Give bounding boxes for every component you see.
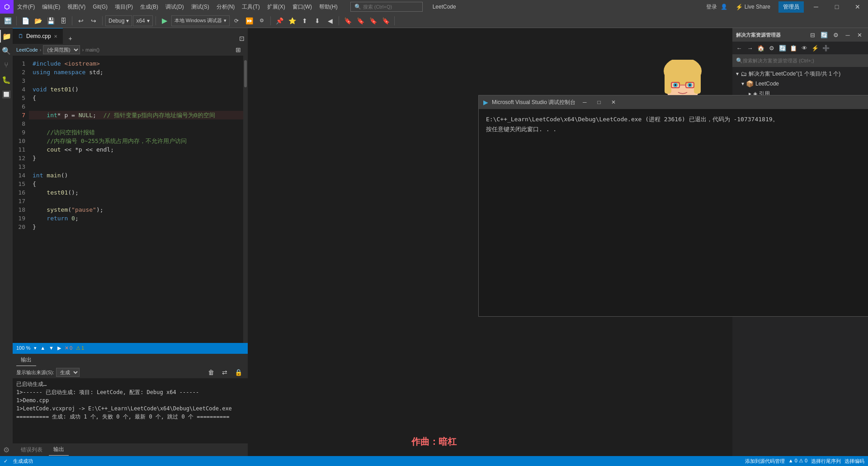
se-sync-btn[interactable]: 🔄 [778, 43, 788, 53]
login-label[interactable]: 登录 [706, 3, 717, 11]
line-endings[interactable]: 选择行尾序列 [811, 458, 841, 465]
menu-tools[interactable]: 工具(T) [238, 0, 263, 14]
se-settings-btn[interactable]: 📋 [788, 43, 798, 53]
se-back-btn[interactable]: ← [734, 43, 744, 53]
toolbar-btn10[interactable]: 🔖 [367, 15, 379, 26]
debug-win-maximize[interactable]: □ [594, 97, 604, 108]
search-input[interactable] [363, 4, 419, 10]
se-close2[interactable]: ✕ [854, 30, 864, 40]
clear-output-button[interactable]: 🗑 [205, 367, 217, 378]
se-filter[interactable]: ⚙ [831, 30, 841, 40]
se-home-btn[interactable]: 🏠 [756, 43, 766, 53]
error-count[interactable]: ✕ 0 [65, 345, 72, 351]
maximize-button[interactable]: □ [826, 0, 847, 14]
se-close[interactable]: ─ [843, 30, 853, 40]
minimize-button[interactable]: ─ [806, 0, 826, 14]
svg-rect-3 [694, 69, 701, 94]
admin-button[interactable]: 管理员 [778, 1, 804, 13]
activity-search[interactable]: 🔍 [0, 44, 13, 57]
se-manage-btn[interactable]: ⚙ [767, 43, 777, 53]
debug-config-dropdown[interactable]: Debug ▾ [105, 15, 132, 26]
toolbar-btn9[interactable]: 🔖 [354, 15, 366, 26]
error-warn-count[interactable]: ▲ 0 ⚠ 0 [788, 458, 807, 465]
live-share-button[interactable]: ⚡ Live Share [731, 2, 775, 12]
activity-settings[interactable]: ⚙ [0, 443, 13, 456]
activity-explorer[interactable]: 📁 [0, 30, 13, 43]
menu-extensions[interactable]: 扩展(X) [264, 0, 289, 14]
menu-file[interactable]: 文件(F) [14, 0, 38, 14]
filter-icon[interactable]: ▶ [57, 345, 61, 351]
toolbar-open[interactable]: 📂 [32, 15, 44, 26]
encoding[interactable]: 选择编码 [844, 458, 864, 465]
run-target-dropdown[interactable]: 本地 Windows 调试器 ▾ [171, 15, 230, 26]
up-arrow[interactable]: ▲ [40, 345, 45, 351]
activity-git[interactable]: ⑂ [0, 59, 13, 71]
editor-scrollbar[interactable] [243, 56, 248, 343]
menu-project[interactable]: 项目(P) [111, 0, 137, 14]
menu-view[interactable]: 视图(V) [64, 0, 89, 14]
down-arrow[interactable]: ▼ [49, 345, 54, 351]
toolbar-new[interactable]: 📄 [19, 15, 31, 26]
scope-select[interactable]: (全局范围) [43, 45, 80, 54]
toolbar-btn5[interactable]: ⭐ [286, 15, 298, 26]
menu-build[interactable]: 生成(B) [137, 0, 162, 14]
se-plus-btn[interactable]: ➕ [821, 43, 831, 53]
se-project-item[interactable]: ▾ 📦 LeetCode [732, 79, 868, 89]
start-debug-button[interactable]: ▶ [159, 15, 170, 26]
se-action-btn[interactable]: ⚡ [810, 43, 820, 53]
toolbar-save[interactable]: 💾 [45, 15, 57, 26]
se-refresh[interactable]: 🔄 [819, 30, 829, 40]
tab-output2[interactable]: 输出 [49, 444, 69, 456]
se-collapse-all[interactable]: ⊟ [807, 30, 817, 40]
se-search-input[interactable] [743, 58, 864, 63]
scrollbar-thumb[interactable] [244, 60, 247, 87]
title-search[interactable]: 🔍 [350, 2, 423, 12]
se-forward-btn[interactable]: → [745, 43, 755, 53]
menu-debug[interactable]: 调试(D) [162, 0, 188, 14]
menu-test[interactable]: 测试(S) [188, 0, 213, 14]
expand-editor-button[interactable]: ⊞ [232, 44, 244, 55]
platform-dropdown[interactable]: x64 ▾ [133, 15, 152, 26]
menu-window[interactable]: 窗口(W) [289, 0, 316, 14]
toolbar-back[interactable]: 🔙 [2, 15, 14, 26]
menu-analyze[interactable]: 分析(N) [213, 0, 239, 14]
se-solution-item[interactable]: ▾ 🗂 解决方案"LeetCode"(1 个项目/共 1 个) [732, 69, 868, 79]
debug-win-minimize[interactable]: ─ [579, 97, 590, 108]
toolbar-redo[interactable]: ↪ [88, 15, 99, 26]
close-button[interactable]: ✕ [847, 0, 868, 14]
code-content[interactable]: #include <iostream> using namespace std;… [29, 56, 243, 343]
debug-window-content[interactable]: E:\C++_Learn\LeetCode\x64\Debug\LeetCode… [479, 109, 868, 316]
split-editor-button[interactable]: ⊡ [236, 33, 248, 44]
toolbar-btn8[interactable]: ◀ [324, 15, 336, 26]
activity-ext[interactable]: 🔲 [0, 88, 13, 100]
toolbar-btn11[interactable]: 🔖 [380, 15, 392, 26]
toolbar-btn3[interactable]: ⚙ [256, 15, 268, 26]
new-tab-button[interactable]: + [65, 33, 76, 44]
toolbar-saveall[interactable]: 🗄 [57, 15, 69, 26]
toolbar-btn4[interactable]: 📌 [274, 15, 285, 26]
tab-errors[interactable]: 错误列表 [16, 444, 47, 456]
menu-edit[interactable]: 编辑(E) [38, 0, 64, 14]
nav-sep2: › [82, 47, 84, 52]
toolbar-undo[interactable]: ↩ [75, 15, 87, 26]
zoom-dropdown-icon[interactable]: ▾ [34, 345, 37, 351]
se-expand-icon: ▾ [736, 71, 739, 77]
toolbar-step-over[interactable]: ⟳ [231, 15, 242, 26]
toolbar-btn2[interactable]: ⏩ [243, 15, 255, 26]
source-control-btn[interactable]: 添加到源代码管理 [745, 458, 785, 465]
debug-win-close[interactable]: ✕ [608, 97, 619, 108]
se-view-btn[interactable]: 👁 [799, 43, 809, 53]
lock-output-button[interactable]: 🔒 [232, 367, 244, 378]
toolbar-btn6[interactable]: ⬆ [299, 15, 311, 26]
tab-democpp[interactable]: 🗒 Demo.cpp ✕ [13, 28, 63, 44]
toolbar-btn7[interactable]: ⬇ [311, 15, 323, 26]
activity-debug[interactable]: 🐛 [0, 73, 13, 86]
output-source-select[interactable]: 生成 [56, 368, 80, 377]
menu-help[interactable]: 帮助(H) [316, 0, 341, 14]
wrap-output-button[interactable]: ⇄ [219, 367, 231, 378]
toolbar-bookmark[interactable]: 🔖 [342, 15, 354, 26]
tab-close[interactable]: ✕ [54, 34, 57, 39]
menu-git[interactable]: Git(G) [89, 0, 111, 14]
tab-output[interactable]: 输出 [16, 354, 36, 366]
warning-count[interactable]: ⚠ 1 [76, 345, 84, 351]
